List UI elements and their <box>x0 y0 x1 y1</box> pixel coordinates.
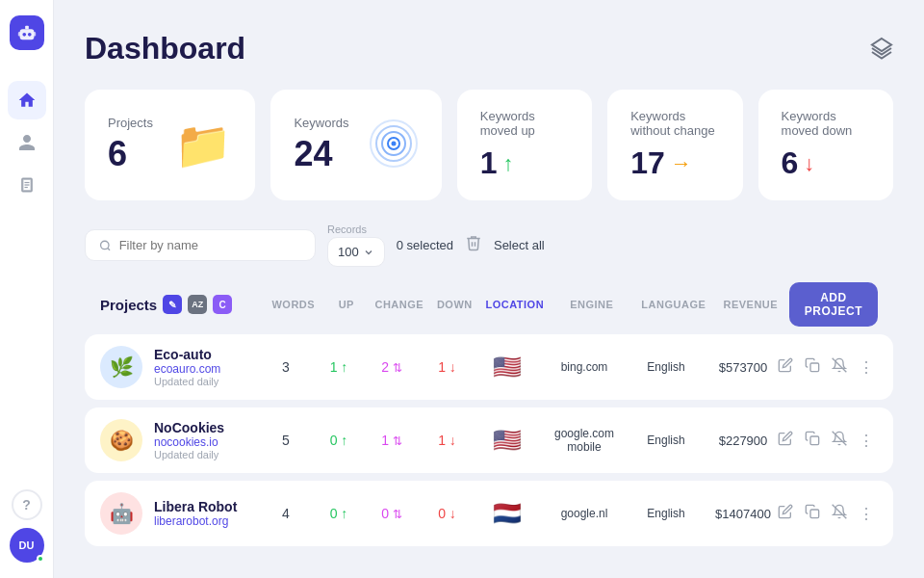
project-avatar: 🍪 <box>100 419 142 461</box>
svg-point-1 <box>22 33 26 37</box>
bell-icon[interactable] <box>828 427 851 454</box>
sidebar-item-book[interactable] <box>8 166 46 204</box>
project-avatar: 🌿 <box>100 346 142 388</box>
table-row: 🌿 Eco-auto ecoauro.com Updated daily 3 1… <box>85 334 893 400</box>
toolbar: Records 100 0 selected Select all <box>85 223 893 267</box>
svg-point-15 <box>391 141 396 145</box>
svg-line-19 <box>833 358 847 373</box>
copy-icon[interactable] <box>801 500 824 527</box>
cell-location: 🇺🇸 <box>474 427 541 454</box>
cell-up: 0 ↑ <box>315 506 363 521</box>
records-label: Records <box>327 223 385 235</box>
sidebar-item-users[interactable] <box>8 123 46 162</box>
cell-location: 🇺🇸 <box>474 354 541 381</box>
cell-change: 2 ⇅ <box>363 359 421 375</box>
sidebar: ? DU <box>0 0 54 578</box>
copy-icon[interactable] <box>801 427 824 454</box>
stat-card-moved-up: Keywords moved up 1 ↑ <box>457 90 592 200</box>
project-info: 🍪 NoCookies nocookies.io Updated daily <box>100 419 257 461</box>
bell-icon[interactable] <box>828 354 851 381</box>
cell-words: 5 <box>257 433 315 448</box>
avatar[interactable]: DU <box>10 528 44 563</box>
cell-actions: ⋮ <box>782 354 878 381</box>
svg-rect-18 <box>810 363 819 372</box>
add-project-button[interactable]: ADD PROJECT <box>789 282 878 327</box>
logo <box>10 15 44 50</box>
sidebar-nav <box>8 81 46 482</box>
project-info: 🤖 Libera Robot liberarobot.org <box>100 492 257 535</box>
edit-icon[interactable] <box>774 427 797 454</box>
page-title: Dashboard <box>85 31 245 66</box>
cell-revenue: $227900 <box>705 434 782 448</box>
sidebar-bottom: ? DU <box>10 489 44 563</box>
svg-rect-0 <box>19 29 34 39</box>
project-url[interactable]: liberarobot.org <box>154 514 237 528</box>
edit-icon[interactable] <box>774 354 797 381</box>
sidebar-item-home[interactable] <box>8 81 46 119</box>
col-header-engine: ENGINE <box>549 299 635 310</box>
cell-words: 3 <box>257 359 315 375</box>
badge-c: C <box>213 295 232 314</box>
more-icon[interactable]: ⋮ <box>855 501 878 527</box>
delete-button[interactable] <box>465 234 482 256</box>
moved-up-value: 1 ↑ <box>480 145 514 181</box>
col-header-revenue: REVENUE <box>712 299 789 310</box>
moved-down-value: 6 ↓ <box>782 145 815 181</box>
edit-icon[interactable] <box>774 500 797 527</box>
table-body: 🌿 Eco-auto ecoauro.com Updated daily 3 1… <box>85 334 893 554</box>
search-icon <box>99 239 112 252</box>
records-select[interactable]: 100 <box>327 237 385 267</box>
badge-az: AZ <box>188 295 207 314</box>
cell-location: 🇳🇱 <box>474 500 541 527</box>
cell-revenue: $573700 <box>705 360 782 375</box>
cell-engine: google.com mobile <box>541 427 628 454</box>
table-heading-projects: Projects ✎ AZ C <box>100 295 265 314</box>
stat-card-no-change: Keywords without change 17 → <box>607 90 742 200</box>
stat-card-keywords: Keywords 24 <box>270 90 441 200</box>
table-row: 🤖 Libera Robot liberarobot.org 4 0 ↑ 0 ⇅… <box>85 481 893 546</box>
target-icon <box>369 118 419 172</box>
cell-down: 1 ↓ <box>421 433 474 448</box>
cell-language: English <box>628 507 705 520</box>
cell-down: 1 ↓ <box>421 359 474 375</box>
col-header-up: UP <box>322 299 371 310</box>
project-url[interactable]: ecoauro.com <box>154 362 220 376</box>
cell-words: 4 <box>257 506 315 521</box>
cell-up: 1 ↑ <box>315 359 363 375</box>
col-header-words: WORDS <box>265 299 322 310</box>
main-content: Dashboard Projects 6 📁 Ke <box>54 0 924 578</box>
folder-icon: 📁 <box>174 118 232 172</box>
moved-down-label: Keywords moved down <box>782 109 870 138</box>
col-header-change: CHANGE <box>371 299 428 310</box>
cell-language: English <box>628 434 705 447</box>
cell-change: 1 ⇅ <box>363 433 421 448</box>
svg-rect-5 <box>33 32 36 37</box>
col-header-down: DOWN <box>428 299 481 310</box>
bell-icon[interactable] <box>828 500 851 527</box>
more-icon[interactable]: ⋮ <box>855 355 878 381</box>
project-url[interactable]: nocookies.io <box>154 435 224 449</box>
moved-up-label: Keywords moved up <box>480 109 569 138</box>
right-arrow-icon: → <box>671 151 692 176</box>
stat-card-projects: Projects 6 📁 <box>85 90 255 200</box>
cell-engine: bing.com <box>541 360 628 374</box>
copy-icon[interactable] <box>801 354 824 381</box>
select-all-button[interactable]: Select all <box>494 238 545 252</box>
search-input[interactable] <box>119 238 301 252</box>
search-box[interactable] <box>85 229 316 261</box>
keywords-value: 24 <box>294 134 348 174</box>
svg-line-21 <box>833 432 847 446</box>
sidebar-item-help[interactable]: ? <box>12 489 42 520</box>
up-arrow-icon: ↑ <box>503 151 514 176</box>
project-name: Eco-auto <box>154 347 220 362</box>
cell-engine: google.nl <box>541 507 628 520</box>
project-updated: Updated daily <box>154 449 224 460</box>
table-row: 🍪 NoCookies nocookies.io Updated daily 5… <box>85 407 893 473</box>
svg-rect-4 <box>17 32 20 37</box>
svg-point-16 <box>101 241 109 249</box>
svg-rect-20 <box>810 436 819 445</box>
svg-line-23 <box>833 505 847 519</box>
layers-icon[interactable] <box>870 37 893 64</box>
more-icon[interactable]: ⋮ <box>855 428 878 454</box>
project-avatar: 🤖 <box>100 492 142 535</box>
